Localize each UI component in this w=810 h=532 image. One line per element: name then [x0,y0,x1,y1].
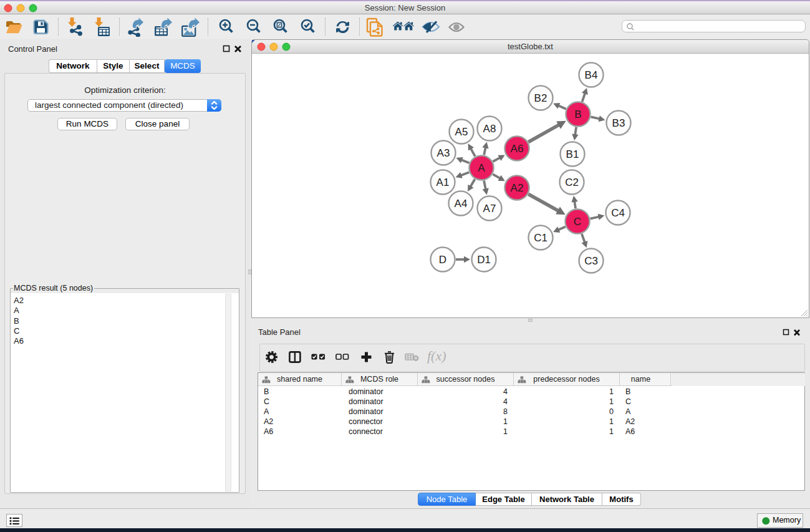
svg-text:B1: B1 [566,148,579,160]
svg-text:B: B [574,109,581,120]
svg-text:A7: A7 [483,203,496,215]
svg-text:D1: D1 [477,254,491,266]
svg-text:A5: A5 [455,126,468,138]
svg-text:A4: A4 [455,198,468,210]
svg-text:A6: A6 [511,143,524,155]
svg-text:A: A [478,162,485,174]
svg-text:D: D [439,254,446,266]
svg-text:C: C [574,216,581,228]
svg-text:A8: A8 [483,123,496,135]
svg-text:C3: C3 [584,255,598,267]
svg-text:A3: A3 [437,147,450,159]
svg-text:C1: C1 [534,232,547,244]
svg-text:A2: A2 [511,182,524,194]
svg-text:B2: B2 [534,92,547,104]
svg-text:C2: C2 [565,177,579,188]
svg-text:C4: C4 [611,207,625,219]
svg-text:B4: B4 [585,69,598,81]
svg-text:B3: B3 [612,117,625,129]
svg-text:A1: A1 [436,177,450,188]
